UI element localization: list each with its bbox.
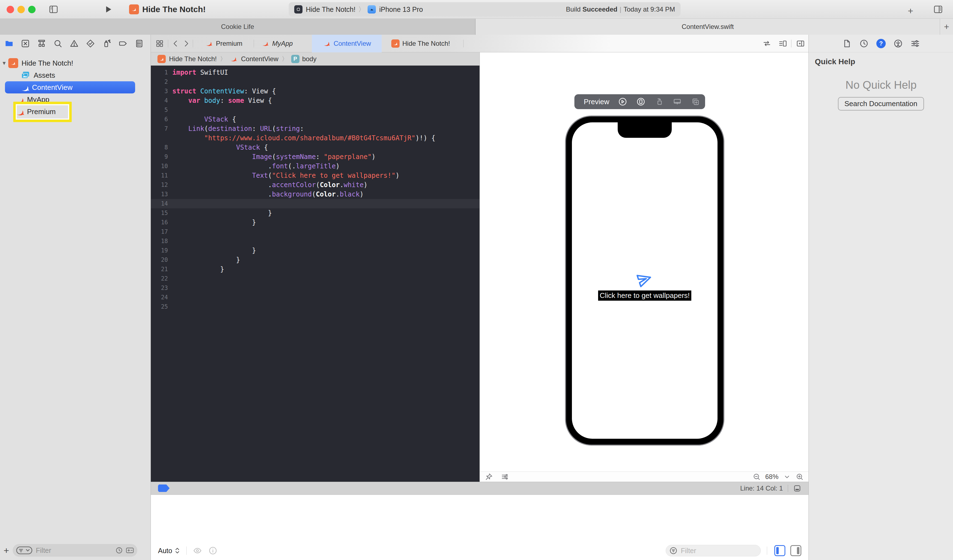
editor-tab-myapp[interactable]: MyApp (261, 35, 293, 53)
info-icon[interactable] (208, 546, 217, 555)
code-line[interactable]: 24 (151, 293, 480, 302)
new-window-tab-button[interactable]: + (940, 19, 953, 35)
zoom-chevron-down-icon[interactable] (783, 473, 791, 481)
code-line[interactable]: 18 (151, 237, 480, 246)
code-review-icon[interactable] (762, 39, 771, 48)
zoom-in-icon[interactable] (796, 473, 804, 481)
code-line[interactable]: 5 (151, 105, 480, 114)
code-line[interactable]: 7 Link(destination: URL(string: (151, 124, 480, 133)
window-tab-cookie-life[interactable]: Cookie Life (0, 19, 475, 35)
code-line[interactable]: 1import SwiftUI (151, 68, 480, 77)
wallpapers-link[interactable]: Click here to get wallpapers! (598, 291, 692, 301)
source-control-navigator-icon[interactable] (21, 39, 30, 48)
report-navigator-icon[interactable] (135, 39, 144, 48)
breadcrumb-project[interactable]: Hide The Notch! (169, 55, 217, 63)
add-file-button[interactable]: + (0, 545, 13, 556)
code-line[interactable]: 22 (151, 274, 480, 283)
editor-mode-tag-icon[interactable] (158, 484, 169, 492)
code-line[interactable]: 21 } (151, 265, 480, 274)
code-line[interactable]: 13 .background(Color.black) (151, 190, 480, 199)
editor-options-icon[interactable] (778, 39, 787, 48)
toggle-navigator-icon[interactable] (48, 5, 59, 14)
file-inspector-icon[interactable] (842, 39, 852, 48)
code-line[interactable]: 10 .font(.largeTitle) (151, 161, 480, 171)
run-destination[interactable]: iPhone 13 Pro (379, 6, 423, 14)
accessibility-inspector-icon[interactable] (893, 39, 903, 48)
live-preview-button[interactable] (618, 97, 627, 107)
quick-look-eye-icon[interactable] (193, 546, 202, 555)
canvas-zoom-level[interactable]: 68% (765, 473, 778, 481)
go-back-chevron-icon[interactable] (171, 39, 180, 48)
symbol-navigator-icon[interactable] (37, 39, 46, 48)
code-line[interactable]: 11 Text("Click here to get wallpapers!") (151, 171, 480, 180)
editor-tab-hide-the-notch[interactable]: Hide The Notch! (391, 35, 450, 53)
toggle-console-button[interactable] (790, 545, 801, 556)
zoom-window-button[interactable] (28, 6, 36, 13)
breadcrumb-symbol[interactable]: body (302, 55, 317, 63)
sidebar-item-assets[interactable]: Assets (0, 69, 151, 81)
disclosure-chevron-icon[interactable]: ▾ (0, 60, 8, 67)
code-line[interactable]: 15 } (151, 208, 480, 218)
editor-tab-contentview-selected[interactable]: ContentView (312, 35, 382, 53)
duplicate-preview-button[interactable] (691, 97, 700, 107)
code-line[interactable]: 4 var body: some View { (151, 96, 480, 105)
scheme-selector[interactable]: Hide The Notch! 〉 iPhone 13 Pro Build Su… (289, 2, 681, 17)
pin-preview-icon[interactable] (485, 473, 493, 481)
code-line[interactable]: 23 (151, 283, 480, 293)
breakpoint-navigator-icon[interactable] (118, 39, 128, 48)
run-button[interactable] (103, 5, 113, 14)
source-code-editor[interactable]: 1import SwiftUI23struct ContentView: Vie… (151, 66, 480, 482)
minimize-window-button[interactable] (17, 6, 25, 13)
preview-on-device-button[interactable] (636, 97, 646, 107)
window-tab-contentview[interactable]: ContentView.swift (476, 19, 940, 35)
editor-tab-premium[interactable]: Premium (205, 35, 242, 53)
search-documentation-button[interactable]: Search Documentation (838, 97, 924, 110)
debug-navigator-icon[interactable] (102, 39, 112, 48)
code-line[interactable]: "https://www.icloud.com/sharedalbum/#B0t… (151, 133, 480, 143)
code-line[interactable]: 12 .accentColor(Color.white) (151, 180, 480, 190)
code-line[interactable]: 6 VStack { (151, 114, 480, 124)
add-button-titlebar[interactable]: + (908, 6, 913, 16)
sidebar-item-project-root[interactable]: ▾ Hide The Notch! (0, 57, 151, 69)
code-line[interactable]: 3struct ContentView: View { (151, 87, 480, 96)
adjust-editor-options-icon[interactable] (793, 484, 801, 492)
filter-menu-icon[interactable] (16, 546, 33, 554)
code-line[interactable]: 8 VStack { (151, 143, 480, 152)
code-line[interactable]: 17 (151, 227, 480, 237)
find-navigator-icon[interactable] (53, 39, 63, 48)
code-line[interactable]: 16 } (151, 218, 480, 227)
color-scheme-variant-button[interactable] (672, 97, 682, 107)
go-forward-chevron-icon[interactable] (182, 39, 191, 48)
recents-clock-icon[interactable] (115, 546, 123, 554)
close-window-button[interactable] (7, 6, 14, 13)
code-line[interactable]: 20 } (151, 255, 480, 265)
code-line[interactable]: 25 (151, 302, 480, 311)
activity-status[interactable]: Build Succeeded|Today at 9:34 PM (566, 6, 675, 13)
zoom-out-icon[interactable] (753, 473, 761, 481)
toggle-variables-view-button[interactable] (775, 545, 785, 556)
add-editor-icon[interactable] (796, 39, 805, 48)
jump-bar[interactable]: Hide The Notch! 〉 ContentView 〉 P body (151, 53, 480, 66)
code-line[interactable]: 9 Image(systemName: "paperplane") (151, 152, 480, 161)
orientation-variant-button[interactable] (654, 97, 664, 107)
toggle-inspector-icon[interactable] (933, 5, 943, 14)
attributes-inspector-icon[interactable] (911, 39, 920, 48)
breadcrumb-file[interactable]: ContentView (241, 55, 278, 63)
variables-view-mode-dropdown[interactable]: Auto (158, 547, 180, 555)
code-line[interactable]: 19 } (151, 246, 480, 255)
code-line[interactable]: 2 (151, 77, 480, 87)
project-navigator-icon[interactable] (5, 39, 14, 48)
sidebar-item-contentview[interactable]: ContentView (5, 81, 135, 93)
quick-help-inspector-icon[interactable]: ? (876, 39, 886, 48)
navigator-filter-input[interactable]: Filter (13, 544, 137, 557)
iphone-preview-frame[interactable]: Click here to get wallpapers! (565, 116, 725, 446)
scheme-name[interactable]: Hide The Notch! (306, 6, 355, 14)
related-items-grid-icon[interactable] (155, 39, 164, 48)
preview-device-settings-icon[interactable] (501, 473, 509, 481)
code-line[interactable]: 14 (151, 199, 480, 208)
console-filter-input[interactable]: Filter (666, 545, 761, 557)
flags-filter-icon[interactable] (126, 546, 134, 554)
issue-navigator-icon[interactable] (70, 39, 79, 48)
history-inspector-icon[interactable] (859, 39, 869, 48)
test-navigator-icon[interactable] (86, 39, 95, 48)
